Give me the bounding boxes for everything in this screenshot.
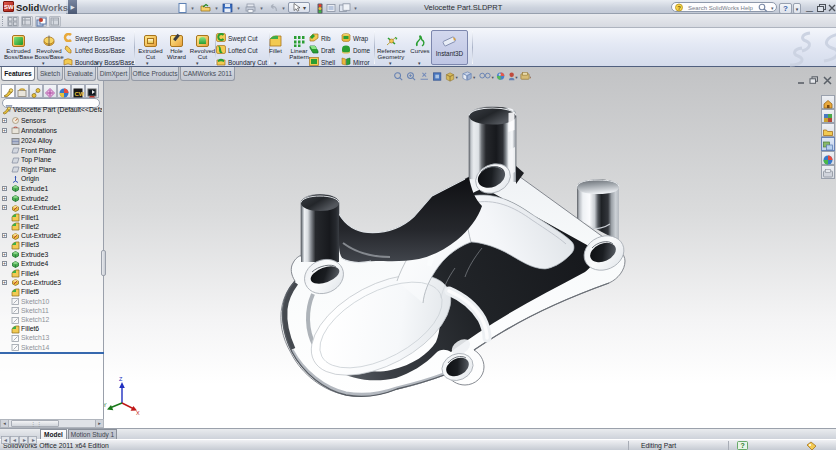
svg-text:►: ► <box>22 437 27 443</box>
svg-text:CW: CW <box>75 91 85 97</box>
svg-text:►: ► <box>31 437 36 443</box>
svg-text:?: ? <box>677 5 681 11</box>
svg-text:▾: ▾ <box>771 5 774 11</box>
svg-text:Z: Z <box>119 376 123 382</box>
svg-text:X: X <box>136 410 140 416</box>
svg-text:◄: ◄ <box>3 437 8 443</box>
svg-text:?: ? <box>741 442 745 449</box>
svg-text:▾: ▾ <box>303 5 306 11</box>
svg-text:◄: ◄ <box>12 437 17 443</box>
